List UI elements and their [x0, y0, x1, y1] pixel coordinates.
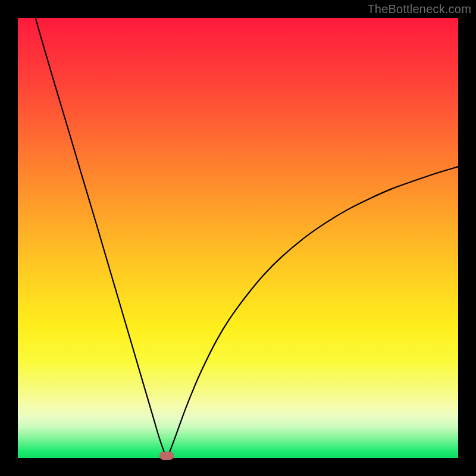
plot-area: [18, 18, 458, 458]
chart-frame: TheBottleneck.com: [0, 0, 476, 476]
bottleneck-curve: [18, 18, 458, 458]
optimal-point-marker: [159, 452, 174, 460]
watermark-text: TheBottleneck.com: [367, 2, 471, 16]
curve-path: [36, 18, 458, 458]
